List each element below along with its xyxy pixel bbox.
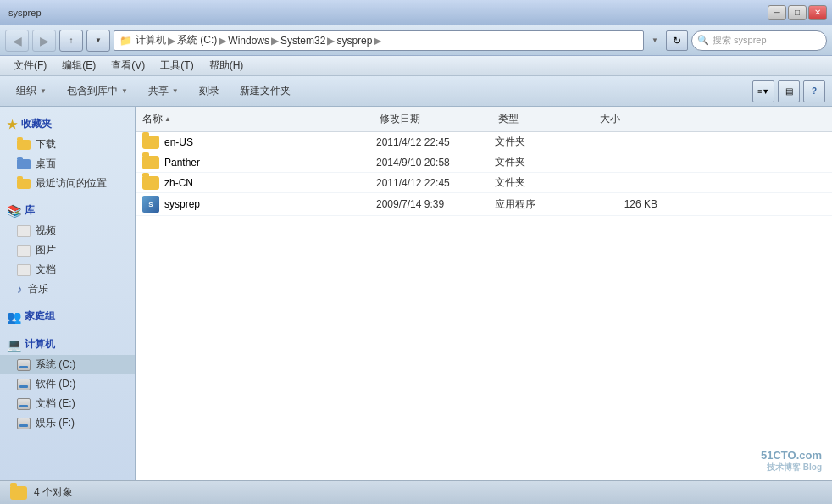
sidebar-desktop-label: 桌面 (36, 157, 56, 171)
menu-edit[interactable]: 编辑(E) (55, 57, 103, 75)
sidebar-recent-label: 最近访问的位置 (36, 176, 107, 191)
share-dropdown-icon: ▼ (172, 87, 179, 95)
star-icon: ★ (7, 118, 18, 131)
computer-label: 计算机 (25, 337, 55, 352)
library-icon: 📚 (7, 204, 21, 218)
file-date-1: 2011/4/12 22:45 (373, 136, 491, 148)
menu-file[interactable]: 文件(F) (7, 57, 53, 75)
table-row[interactable]: zh-CN 2011/4/12 22:45 文件夹 (136, 173, 832, 193)
sidebar-documents-label: 文档 (36, 263, 56, 277)
recent-button[interactable]: ▼ (86, 30, 110, 52)
app-icon-sysprep: S (142, 196, 159, 213)
sidebar-drive-d-label: 软件 (D:) (36, 377, 75, 391)
col-name-label: 名称 (142, 112, 163, 126)
folder-icon (17, 140, 31, 150)
minimize-button[interactable]: ─ (768, 5, 786, 20)
file-type-4: 应用程序 (491, 197, 593, 212)
status-text: 4 个对象 (34, 485, 73, 500)
organize-label: 组织 (16, 84, 36, 98)
up-button[interactable]: ↑ (59, 30, 83, 52)
maximize-button[interactable]: □ (788, 5, 807, 20)
help-button[interactable]: ? (803, 80, 825, 102)
include-button[interactable]: 包含到库中 ▼ (58, 80, 137, 103)
share-label: 共享 (148, 84, 169, 98)
window-controls: ─ □ ✕ (768, 5, 827, 20)
new-folder-button[interactable]: 新建文件夹 (230, 80, 300, 103)
burn-button[interactable]: 刻录 (190, 80, 229, 103)
sidebar-drive-c-label: 系统 (C:) (36, 357, 75, 372)
new-folder-label: 新建文件夹 (240, 84, 291, 98)
view-details-button[interactable]: ≡▼ (752, 80, 774, 102)
file-list[interactable]: 名称 ▲ 修改日期 类型 大小 en-US 2011/4/12 22:45 文件… (136, 107, 832, 480)
sidebar-item-desktop[interactable]: 桌面 (0, 154, 135, 174)
address-part-3: Windows (228, 35, 269, 47)
sidebar-drive-e-label: 文档 (E:) (36, 396, 75, 411)
sidebar-section-computer: 💻 计算机 系统 (C:) 软件 (D:) 文档 (E:) 娱乐 (F:) (0, 334, 135, 433)
sidebar-homegroup-header[interactable]: 👥 家庭组 (0, 306, 135, 327)
address-part-5: sysprep (336, 35, 372, 47)
sort-arrow-name: ▲ (164, 115, 171, 123)
col-header-size[interactable]: 大小 (593, 110, 661, 128)
menu-view[interactable]: 查看(V) (104, 57, 152, 75)
sidebar-drive-f-label: 娱乐 (F:) (36, 416, 75, 430)
drive-d-icon (17, 379, 31, 390)
sidebar-download-label: 下载 (36, 137, 56, 152)
favorites-label: 收藏夹 (21, 117, 52, 131)
back-button[interactable]: ◀ (5, 30, 29, 52)
sidebar-item-music[interactable]: ♪ 音乐 (0, 280, 135, 299)
file-type-2: 文件夹 (491, 155, 593, 169)
col-header-type[interactable]: 类型 (491, 110, 593, 128)
sidebar-item-pictures[interactable]: 图片 (0, 241, 135, 260)
col-header-date[interactable]: 修改日期 (373, 110, 491, 128)
folder-icon-en-us (142, 136, 159, 149)
music-icon: ♪ (17, 283, 23, 296)
computer-icon: 💻 (7, 338, 21, 352)
sidebar-computer-header[interactable]: 💻 计算机 (0, 334, 135, 355)
view-preview-button[interactable]: ▤ (778, 80, 800, 102)
file-name-cell-2: Panther (136, 156, 373, 169)
watermark-site: 51CTO.com (761, 449, 822, 462)
refresh-button[interactable]: ↻ (666, 30, 688, 51)
search-bar[interactable]: 🔍 搜索 sysprep (691, 30, 827, 51)
file-name-1: en-US (164, 136, 193, 148)
include-label: 包含到库中 (67, 84, 118, 98)
menu-tools[interactable]: 工具(T) (153, 57, 200, 75)
file-name-4: sysprep (164, 198, 200, 210)
title-text: sysprep (5, 8, 42, 18)
forward-button[interactable]: ▶ (32, 30, 56, 52)
sidebar-item-drive-f[interactable]: 娱乐 (F:) (0, 413, 135, 433)
drive-c-icon (17, 359, 31, 371)
sidebar-library-header[interactable]: 📚 库 (0, 200, 135, 221)
organize-button[interactable]: 组织 ▼ (7, 80, 56, 103)
file-type-1: 文件夹 (491, 135, 593, 149)
address-bar[interactable]: 📁 计算机 ▶ 系统 (C:) ▶ Windows ▶ System32 ▶ s… (114, 30, 644, 51)
sidebar-item-recent[interactable]: 最近访问的位置 (0, 174, 135, 193)
library-label: 库 (25, 203, 35, 218)
sidebar-item-drive-c[interactable]: 系统 (C:) (0, 355, 135, 374)
file-date-2: 2014/9/10 20:58 (373, 157, 491, 169)
sidebar-item-download[interactable]: 下载 (0, 135, 135, 154)
folder-icon (17, 179, 31, 189)
drive-e-icon (17, 398, 31, 410)
address-part-1: 计算机 (136, 33, 166, 47)
close-button[interactable]: ✕ (808, 5, 827, 20)
file-name-cell-4: S sysprep (136, 196, 373, 213)
col-header-name[interactable]: 名称 ▲ (136, 110, 373, 128)
watermark: 51CTO.com 技术博客 Blog (761, 449, 822, 474)
search-placeholder: 搜索 sysprep (713, 34, 767, 47)
address-dropdown-button[interactable]: ▼ (647, 31, 663, 50)
table-row[interactable]: en-US 2011/4/12 22:45 文件夹 (136, 132, 832, 152)
search-icon: 🔍 (697, 35, 709, 46)
table-row[interactable]: S sysprep 2009/7/14 9:39 应用程序 126 KB (136, 193, 832, 216)
address-part-2: 系统 (C:) (177, 33, 217, 47)
pictures-icon (17, 245, 31, 257)
sidebar-favorites-header[interactable]: ★ 收藏夹 (0, 114, 135, 135)
sidebar-item-drive-e[interactable]: 文档 (E:) (0, 394, 135, 413)
sidebar-item-documents[interactable]: 文档 (0, 260, 135, 280)
sidebar-item-drive-d[interactable]: 软件 (D:) (0, 374, 135, 394)
status-bar: 4 个对象 (0, 480, 832, 504)
share-button[interactable]: 共享 ▼ (139, 80, 188, 103)
menu-help[interactable]: 帮助(H) (202, 57, 251, 75)
sidebar-item-video[interactable]: 视频 (0, 221, 135, 241)
table-row[interactable]: Panther 2014/9/10 20:58 文件夹 (136, 152, 832, 173)
